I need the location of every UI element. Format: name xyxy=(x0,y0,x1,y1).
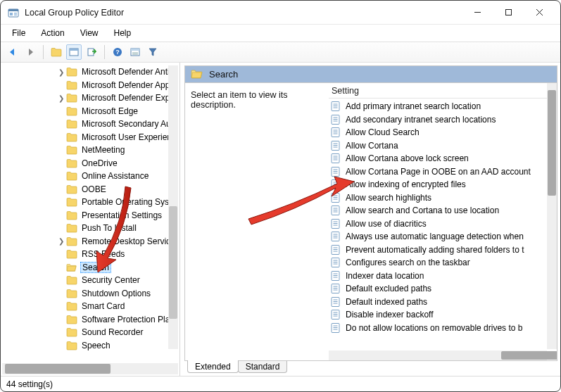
tree-node[interactable]: RSS Feeds xyxy=(1,248,179,261)
tree-node[interactable]: Sound Recorder xyxy=(1,326,179,339)
list-item[interactable]: Indexer data location xyxy=(329,270,557,283)
list-item[interactable]: Allow Cortana above lock screen xyxy=(329,152,557,165)
policy-icon xyxy=(330,166,341,177)
status-text: 44 setting(s) xyxy=(6,379,53,389)
list-item-label: Add primary intranet search location xyxy=(346,101,481,111)
tree-node[interactable]: Presentation Settings xyxy=(1,209,179,222)
list-item[interactable]: Configures search on the taskbar xyxy=(329,256,557,270)
list-item[interactable]: Add primary intranet search location xyxy=(329,100,557,113)
folder-icon xyxy=(66,184,77,194)
tree-node[interactable]: Online Assistance xyxy=(1,170,179,183)
chevron-right-icon[interactable]: ❯ xyxy=(57,68,65,76)
description-column: Select an item to view its description. xyxy=(185,83,329,360)
folder-icon xyxy=(66,315,77,324)
tree-node[interactable]: ❯Microsoft Defender Anti xyxy=(1,65,179,79)
tree-node-label: Portable Operating Syste xyxy=(80,197,177,207)
help-button[interactable]: ? xyxy=(110,44,125,60)
export-button[interactable] xyxy=(84,44,99,60)
list-item[interactable]: Do not allow locations on removable driv… xyxy=(329,322,557,335)
tree-node[interactable]: Shutdown Options xyxy=(1,287,179,301)
svg-rect-19 xyxy=(131,49,139,51)
list-item[interactable]: Always use automatic language detection … xyxy=(329,230,557,244)
policy-icon xyxy=(330,244,341,255)
list-item-label: Indexer data location xyxy=(346,271,424,281)
window-title: Local Group Policy Editor xyxy=(25,8,124,18)
list-item[interactable]: Allow indexing of encrypted files xyxy=(329,178,557,191)
tree-node[interactable]: ❯Remote Desktop Service xyxy=(1,235,179,248)
tree-horizontal-scrollbar[interactable] xyxy=(2,363,178,374)
tree-node[interactable]: Search xyxy=(1,261,179,274)
folder-icon xyxy=(66,236,77,246)
filter-button[interactable] xyxy=(145,44,160,60)
tree-node[interactable]: Portable Operating Syste xyxy=(1,196,179,209)
list-item-label: Configures search on the taskbar xyxy=(346,258,470,267)
chevron-right-icon[interactable]: ❯ xyxy=(57,237,65,245)
menu-view[interactable]: View xyxy=(73,27,106,39)
tree-node[interactable]: Microsoft User Experienc xyxy=(1,131,179,144)
list-item[interactable]: Allow Cortana Page in OOBE on an AAD acc… xyxy=(329,165,557,179)
tree-node-label: OOBE xyxy=(80,184,108,194)
tree-node[interactable]: OOBE xyxy=(1,183,179,196)
maximize-button[interactable] xyxy=(493,2,524,23)
list-item[interactable]: Allow use of diacritics xyxy=(329,217,557,231)
policy-icon xyxy=(330,114,341,125)
policy-icon xyxy=(330,218,341,229)
tab-extended[interactable]: Extended xyxy=(187,360,239,373)
tree-node-label: Sound Recorder xyxy=(80,327,144,337)
list-item[interactable]: Default indexed paths xyxy=(329,296,557,309)
tab-standard[interactable]: Standard xyxy=(238,360,288,373)
folder-icon xyxy=(66,341,77,350)
list-item[interactable]: Allow Cortana xyxy=(329,139,557,153)
tree-vertical-scrollbar[interactable] xyxy=(168,65,178,349)
details-header: Search xyxy=(184,65,557,82)
policy-tree[interactable]: ❯Microsoft Defender AntiMicrosoft Defend… xyxy=(1,63,179,363)
tree-node-label: Microsoft Secondary Aut xyxy=(80,119,175,129)
list-horizontal-scrollbar[interactable] xyxy=(329,350,547,360)
tree-node[interactable]: OneDrive xyxy=(1,157,179,170)
tree-node[interactable]: Push To Install xyxy=(1,222,179,235)
list-item[interactable]: Default excluded paths xyxy=(329,282,557,296)
tree-node[interactable]: Security Center xyxy=(1,274,179,287)
list-item[interactable]: Add secondary intranet search locations xyxy=(329,113,557,127)
list-vertical-scrollbar[interactable] xyxy=(547,83,557,349)
policy-icon xyxy=(330,127,341,138)
settings-list[interactable]: Setting Add primary intranet search loca… xyxy=(329,83,557,360)
column-header-setting[interactable]: Setting xyxy=(329,83,557,99)
menu-action[interactable]: Action xyxy=(34,27,71,39)
tree-node[interactable]: Microsoft Edge xyxy=(1,105,179,118)
tree-node-label: RSS Feeds xyxy=(80,249,126,259)
policy-icon xyxy=(330,322,341,334)
show-hide-tree-button[interactable] xyxy=(49,44,64,60)
list-item[interactable]: Allow search highlights xyxy=(329,191,557,205)
tree-node[interactable]: Microsoft Defender App xyxy=(1,79,179,92)
properties-button[interactable] xyxy=(66,44,82,60)
minimize-button[interactable] xyxy=(462,2,493,23)
tree-node-label: Remote Desktop Service xyxy=(80,236,177,246)
tree-node[interactable]: Microsoft Secondary Aut xyxy=(1,118,179,131)
list-item-label: Allow use of diacritics xyxy=(346,219,427,229)
chevron-right-icon[interactable]: ❯ xyxy=(57,94,65,102)
list-item-label: Do not allow locations on removable driv… xyxy=(346,323,522,333)
tree-node[interactable]: NetMeeting xyxy=(1,144,179,157)
list-item[interactable]: Allow Cloud Search xyxy=(329,126,557,139)
menu-file[interactable]: File xyxy=(5,27,32,39)
svg-rect-15 xyxy=(88,49,94,56)
tree-node[interactable]: ❯Microsoft Defender Expl xyxy=(1,91,179,105)
tree-node[interactable]: Software Protection Platf xyxy=(1,313,179,327)
menu-help[interactable]: Help xyxy=(107,27,139,39)
title-bar: Local Group Policy Editor xyxy=(1,1,560,25)
folder-icon xyxy=(66,106,77,116)
folder-icon xyxy=(66,67,77,77)
list-item[interactable]: Disable indexer backoff xyxy=(329,308,557,322)
back-button[interactable] xyxy=(5,44,20,60)
tree-node[interactable]: Speech xyxy=(1,339,179,353)
status-bar: 44 setting(s) xyxy=(1,376,560,391)
tree-node[interactable]: Smart Card xyxy=(1,300,179,313)
forward-button[interactable] xyxy=(23,44,38,60)
policy-icon xyxy=(330,153,341,164)
list-item[interactable]: Prevent automatically adding shared fold… xyxy=(329,244,557,257)
close-button[interactable] xyxy=(524,2,555,23)
policy-icon xyxy=(330,140,341,151)
list-item[interactable]: Allow search and Cortana to use location xyxy=(329,204,557,217)
options-button[interactable] xyxy=(127,44,143,60)
